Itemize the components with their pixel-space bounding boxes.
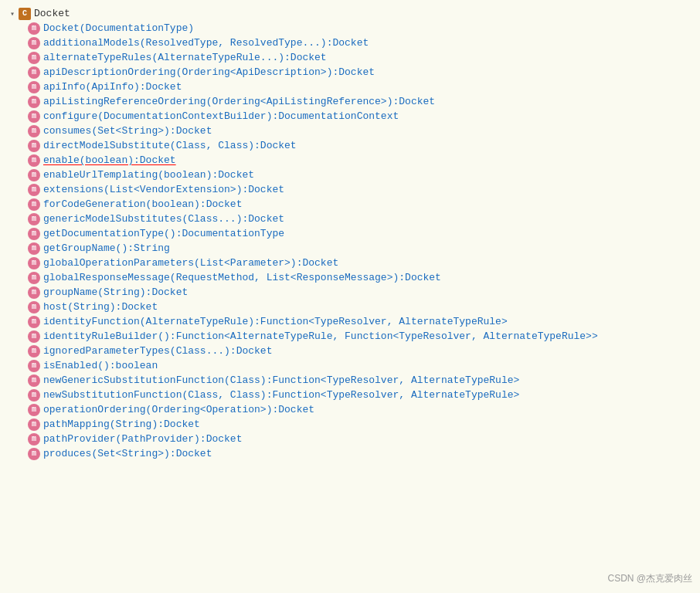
method-row[interactable]: mgetDocumentationType():DocumentationTyp… bbox=[0, 226, 700, 241]
method-row[interactable]: mgroupName(String):Docket bbox=[0, 285, 700, 300]
method-row[interactable]: mignoredParameterTypes(Class...):Docket bbox=[0, 344, 700, 358]
method-label[interactable]: ignoredParameterTypes(Class...):Docket bbox=[43, 345, 272, 357]
method-icon: m bbox=[28, 52, 40, 64]
method-label[interactable]: getDocumentationType():DocumentationType bbox=[43, 228, 284, 239]
method-icon: m bbox=[28, 301, 40, 313]
method-row[interactable]: mnewSubstitutionFunction(Class, Class):F… bbox=[0, 388, 700, 402]
method-icon: m bbox=[28, 110, 40, 123]
method-label[interactable]: additionalModels(ResolvedType, ResolvedT… bbox=[43, 37, 369, 49]
method-label[interactable]: newGenericSubstitutionFunction(Class):Fu… bbox=[43, 374, 519, 386]
method-row[interactable]: mpathMapping(String):Docket bbox=[0, 417, 700, 432]
methods-list: mDocket(DocumentationType)madditionalMod… bbox=[0, 21, 700, 461]
method-row[interactable]: mhost(String):Docket bbox=[0, 300, 700, 314]
method-label[interactable]: directModelSubstitute(Class, Class):Dock… bbox=[43, 140, 297, 151]
method-row[interactable]: misEnabled():boolean bbox=[0, 358, 700, 373]
method-icon: m bbox=[28, 213, 40, 225]
method-row[interactable]: mconsumes(Set<String>):Docket bbox=[0, 124, 700, 138]
method-label[interactable]: genericModelSubstitutes(Class...):Docket bbox=[43, 213, 284, 225]
method-label[interactable]: globalOperationParameters(List<Parameter… bbox=[43, 257, 338, 269]
method-icon: m bbox=[28, 96, 40, 108]
method-label[interactable]: isEnabled():boolean bbox=[43, 360, 158, 371]
method-row[interactable]: mglobalOperationParameters(List<Paramete… bbox=[0, 256, 700, 270]
method-row[interactable]: mapiDescriptionOrdering(Ordering<ApiDesc… bbox=[0, 65, 700, 80]
method-row[interactable]: midentityRuleBuilder():Function<Alternat… bbox=[0, 329, 700, 344]
method-row[interactable]: mconfigure(DocumentationContextBuilder):… bbox=[0, 109, 700, 124]
method-icon: m bbox=[28, 286, 40, 299]
watermark: CSDN @杰克爱肉丝 bbox=[607, 572, 692, 585]
root-label[interactable]: Docket bbox=[34, 8, 70, 19]
method-icon: m bbox=[28, 345, 40, 357]
method-row[interactable]: mapiInfo(ApiInfo):Docket bbox=[0, 80, 700, 94]
method-row[interactable]: mglobalResponseMessage(RequestMethod, Li… bbox=[0, 270, 700, 285]
method-icon: m bbox=[28, 125, 40, 137]
method-label[interactable]: configure(DocumentationContextBuilder):D… bbox=[43, 110, 399, 122]
method-label[interactable]: alternateTypeRules(AlternateTypeRule...)… bbox=[43, 52, 327, 63]
expand-icon[interactable]: ▾ bbox=[6, 8, 19, 20]
method-icon: m bbox=[28, 81, 40, 93]
method-label[interactable]: pathMapping(String):Docket bbox=[43, 418, 200, 430]
method-row[interactable]: mgenericModelSubstitutes(Class...):Docke… bbox=[0, 212, 700, 226]
method-row[interactable]: madditionalModels(ResolvedType, Resolved… bbox=[0, 36, 700, 50]
method-label[interactable]: consumes(Set<String>):Docket bbox=[43, 125, 212, 137]
method-row[interactable]: mnewGenericSubstitutionFunction(Class):F… bbox=[0, 373, 700, 388]
method-label[interactable]: enableUrlTemplating(boolean):Docket bbox=[43, 169, 254, 181]
method-icon: m bbox=[28, 154, 40, 167]
tree-container: ▾ C Docket mDocket(DocumentationType)mad… bbox=[0, 0, 700, 467]
method-label[interactable]: getGroupName():String bbox=[43, 242, 170, 254]
method-label[interactable]: extensions(List<VendorExtension>):Docket bbox=[43, 184, 284, 195]
method-icon: m bbox=[28, 184, 40, 196]
method-icon: m bbox=[28, 228, 40, 240]
method-label[interactable]: apiDescriptionOrdering(Ordering<ApiDescr… bbox=[43, 66, 375, 78]
method-icon: m bbox=[28, 404, 40, 416]
method-label[interactable]: produces(Set<String>):Docket bbox=[43, 448, 212, 459]
method-row[interactable]: mproduces(Set<String>):Docket bbox=[0, 446, 700, 461]
method-row[interactable]: menable(boolean):Docket bbox=[0, 153, 700, 168]
class-icon: C bbox=[19, 8, 31, 20]
method-icon: m bbox=[28, 242, 40, 255]
method-label[interactable]: forCodeGeneration(boolean):Docket bbox=[43, 198, 242, 210]
method-label[interactable]: apiListingReferenceOrdering(Ordering<Api… bbox=[43, 96, 435, 107]
method-icon: m bbox=[28, 374, 40, 387]
method-label[interactable]: globalResponseMessage(RequestMethod, Lis… bbox=[43, 272, 441, 283]
method-icon: m bbox=[28, 389, 40, 402]
method-label[interactable]: apiInfo(ApiInfo):Docket bbox=[43, 81, 182, 93]
method-label[interactable]: pathProvider(PathProvider):Docket bbox=[43, 433, 242, 445]
method-label[interactable]: Docket(DocumentationType) bbox=[43, 22, 194, 34]
method-row[interactable]: mapiListingReferenceOrdering(Ordering<Ap… bbox=[0, 94, 700, 109]
method-icon: m bbox=[28, 330, 40, 343]
method-icon: m bbox=[28, 198, 40, 211]
method-label[interactable]: groupName(String):Docket bbox=[43, 286, 188, 298]
method-icon: m bbox=[28, 22, 40, 35]
method-label[interactable]: host(String):Docket bbox=[43, 301, 158, 313]
method-row[interactable]: midentityFunction(AlternateTypeRule):Fun… bbox=[0, 314, 700, 329]
root-tree-item[interactable]: ▾ C Docket bbox=[0, 6, 700, 21]
method-label[interactable]: operationOrdering(Ordering<Operation>):D… bbox=[43, 404, 314, 415]
method-icon: m bbox=[28, 316, 40, 328]
method-icon: m bbox=[28, 66, 40, 79]
method-row[interactable]: mDocket(DocumentationType) bbox=[0, 21, 700, 36]
method-icon: m bbox=[28, 272, 40, 284]
method-icon: m bbox=[28, 37, 40, 49]
method-label[interactable]: newSubstitutionFunction(Class, Class):Fu… bbox=[43, 389, 519, 401]
method-icon: m bbox=[28, 257, 40, 269]
method-row[interactable]: mforCodeGeneration(boolean):Docket bbox=[0, 197, 700, 212]
method-icon: m bbox=[28, 360, 40, 372]
method-icon: m bbox=[28, 418, 40, 431]
method-label[interactable]: identityRuleBuilder():Function<Alternate… bbox=[43, 330, 598, 342]
method-icon: m bbox=[28, 433, 40, 446]
method-row[interactable]: mpathProvider(PathProvider):Docket bbox=[0, 432, 700, 446]
method-row[interactable]: mgetGroupName():String bbox=[0, 241, 700, 256]
method-icon: m bbox=[28, 448, 40, 460]
method-row[interactable]: menableUrlTemplating(boolean):Docket bbox=[0, 168, 700, 182]
method-row[interactable]: moperationOrdering(Ordering<Operation>):… bbox=[0, 402, 700, 417]
method-row[interactable]: mextensions(List<VendorExtension>):Docke… bbox=[0, 182, 700, 197]
method-icon: m bbox=[28, 140, 40, 152]
method-label[interactable]: enable(boolean):Docket bbox=[43, 154, 176, 166]
method-row[interactable]: malternateTypeRules(AlternateTypeRule...… bbox=[0, 50, 700, 65]
method-row[interactable]: mdirectModelSubstitute(Class, Class):Doc… bbox=[0, 138, 700, 153]
method-icon: m bbox=[28, 169, 40, 181]
method-label[interactable]: identityFunction(AlternateTypeRule):Func… bbox=[43, 316, 508, 327]
